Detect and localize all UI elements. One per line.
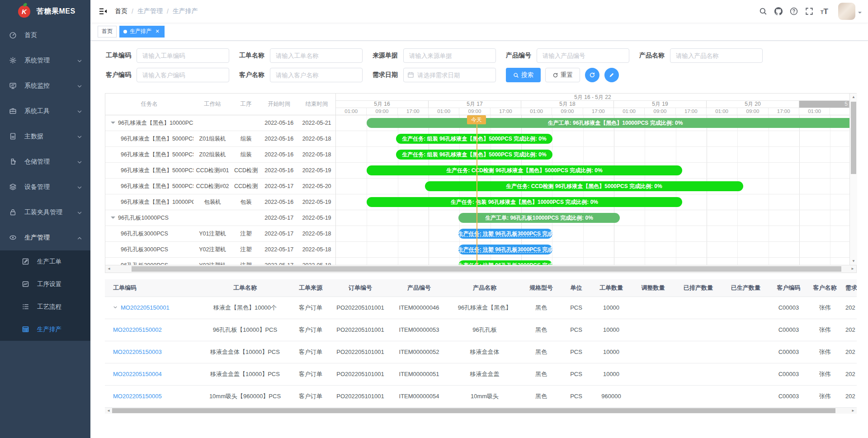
scroll-down-icon[interactable]: ▼ <box>850 258 857 265</box>
orders-cell-order_no: PO202205101001 <box>331 363 390 385</box>
gantt-task-bar-selected[interactable]: 生产任务: 注塑 96孔孔板3000PCS 完成 <box>458 245 552 254</box>
tab-0[interactable]: 首页 <box>98 26 117 38</box>
scroll-left-icon[interactable]: ◄ <box>105 408 112 414</box>
submenu-item-3[interactable]: 生产排产 <box>0 318 90 341</box>
order-link[interactable]: MO202205150004 <box>113 371 162 377</box>
process-icon <box>22 280 30 288</box>
filter-input-r1-4[interactable] <box>670 48 763 63</box>
filter-input-r2-1[interactable] <box>270 68 363 82</box>
breadcrumb-item[interactable]: 生产管理 <box>137 7 163 15</box>
gantt-task-row[interactable]: 96孔孔板3000PCSY02注塑机注塑2022-05-172022-05-18 <box>105 242 335 258</box>
order-link[interactable]: MO202205150002 <box>113 326 162 333</box>
table-row[interactable]: MO20220515000296孔孔板【10000】PCS客户订单PO20220… <box>105 319 857 341</box>
gantt-task-row[interactable]: 96孔孔板10000PCS2022-05-172022-05-19 <box>105 210 335 226</box>
sidebar-item-4[interactable]: 主数据 <box>0 124 90 149</box>
gantt-hscroll-thumb[interactable] <box>132 266 841 272</box>
sidebar-item-6[interactable]: 设备管理 <box>0 174 90 200</box>
filter-group-客户名称: 客户名称 <box>236 68 363 82</box>
gantt-station <box>193 210 232 226</box>
demand-date-input[interactable] <box>403 68 496 82</box>
gantt-order-bar[interactable]: 生产工单: 96孔孔板10000PCS 完成比例: 0% <box>458 213 620 223</box>
sidebar-item-8[interactable]: 生产管理 <box>0 225 90 250</box>
submenu-item-0[interactable]: 生产工单 <box>0 250 90 273</box>
gantt-task-row[interactable]: 96孔移液盒【黑色】5000PCSZ02组装机组装2022-05-162022-… <box>105 147 335 163</box>
sidebar-item-1[interactable]: 系统管理 <box>0 48 90 73</box>
gantt-task-row[interactable]: 96孔移液盒【黑色】10000PCS2022-05-162022-05-21 <box>105 115 335 131</box>
filter-input-r1-1[interactable] <box>270 48 363 63</box>
sidebar-item-7[interactable]: 工装夹具管理 <box>0 200 90 225</box>
gantt-hour-cell: 17:00 <box>676 108 707 115</box>
gantt-task-row[interactable]: 96孔孔板3000PCSY01注塑机注塑2022-05-172022-05-18 <box>105 226 335 242</box>
order-link[interactable]: MO202205150005 <box>113 393 162 400</box>
gantt-process: 组装 <box>231 131 260 146</box>
sidebar-toggle-icon[interactable] <box>99 7 108 16</box>
gantt-order-bar[interactable]: 生产工单: 96孔移液盒【黑色】10000PCS 完成比例: 0% <box>367 118 849 128</box>
layers-icon <box>9 183 17 191</box>
scroll-right-icon[interactable]: ► <box>849 265 856 273</box>
gantt-task-bar-selected[interactable]: 生产任务: 注塑 96孔孔板3000PCS 完成 <box>458 229 552 239</box>
gantt-task-name: 96孔孔板3000PCS <box>105 258 193 265</box>
gantt-task-bar[interactable]: 生产任务: 组装 96孔移液盒【黑色】5000PCS 完成比例: 0% <box>396 150 552 160</box>
github-icon[interactable] <box>774 7 783 15</box>
fullscreen-icon[interactable] <box>805 7 813 15</box>
orders-horizontal-scrollbar[interactable]: ◄ ► <box>105 408 857 414</box>
sidebar-item-3[interactable]: 系统工具 <box>0 99 90 124</box>
filter-label: 需求日期 <box>370 71 398 79</box>
gantt-vscroll-thumb[interactable] <box>851 102 856 174</box>
orders-hscroll-thumb[interactable] <box>112 408 835 413</box>
user-caret-icon[interactable] <box>858 12 862 15</box>
filter-input-r2-0[interactable] <box>137 68 229 82</box>
help-icon[interactable] <box>790 7 798 15</box>
main-area: 首页/生产管理/生产排产 TT 首页生产排产✕ <box>90 0 868 438</box>
avatar[interactable] <box>838 3 855 20</box>
orders-cell-name: 移液盒盒盖【10000】PCS <box>200 363 290 385</box>
order-link[interactable]: MO202205150003 <box>113 349 162 355</box>
gantt-task-row[interactable]: 96孔孔板3000PCSY03注塑机注塑2022-05-172022-05-18 <box>105 258 335 265</box>
font-size-icon[interactable]: TT <box>821 8 828 15</box>
expand-toggle-icon[interactable] <box>111 122 115 126</box>
sidebar-item-0[interactable]: 首页 <box>0 23 90 48</box>
scroll-left-icon[interactable]: ◄ <box>105 265 113 273</box>
orders-cell-cust_name: 张伟 <box>808 363 842 385</box>
gantt-task-row[interactable]: 96孔移液盒【黑色】5000PCSCCD检测#01CCD检测2022-05-16… <box>105 163 335 179</box>
tab-1[interactable]: 生产排产✕ <box>119 26 165 38</box>
orders-cell-item_no: ITEM00000046 <box>390 297 448 319</box>
sidebar-item-5[interactable]: 仓储管理 <box>0 149 90 174</box>
filter-input-r1-2[interactable] <box>403 48 496 63</box>
scroll-right-icon[interactable]: ► <box>849 408 857 414</box>
order-link[interactable]: MO202205150001 <box>121 304 170 311</box>
sidebar-item-2[interactable]: 系统监控 <box>0 73 90 99</box>
gantt-task-bar[interactable]: 生产任务: 注塑 96孔孔板3000PCS 完成 <box>458 260 552 265</box>
table-row[interactable]: MO202205150004移液盒盒盖【10000】PCS客户订单PO20220… <box>105 363 857 385</box>
date-field-wrap <box>403 68 496 82</box>
dashboard-icon <box>9 31 17 39</box>
gantt-task-row[interactable]: 96孔移液盒【黑色】5000PCSZ01组装机组装2022-05-162022-… <box>105 131 335 147</box>
edit-circle-button[interactable] <box>604 68 619 82</box>
gantt-vertical-scrollbar[interactable]: ▲ ▼ <box>849 94 857 265</box>
search-icon[interactable] <box>759 7 767 15</box>
warehouse-icon <box>9 158 17 166</box>
breadcrumb-item[interactable]: 首页 <box>115 7 127 15</box>
row-expand-icon[interactable] <box>113 305 118 310</box>
filter-input-r1-0[interactable] <box>137 48 229 63</box>
filter-input-r1-3[interactable] <box>537 48 629 63</box>
expand-toggle-icon[interactable] <box>111 217 115 221</box>
close-icon[interactable]: ✕ <box>154 28 160 35</box>
gantt-task-bar[interactable]: 生产任务: 包装 96孔移液盒【黑色】10000PCS 完成比例: 0% <box>367 197 682 207</box>
scroll-up-icon[interactable]: ▲ <box>850 94 857 101</box>
gantt-task-bar[interactable]: 生产任务: CCD检测 96孔移液盒【黑色】5000PCS 完成比例: 0% <box>425 181 743 191</box>
gantt-horizontal-scrollbar[interactable]: ◄ ► <box>105 265 856 273</box>
search-button[interactable]: 搜索 <box>506 68 541 82</box>
gantt-task-bar[interactable]: 生产任务: CCD检测 96孔移液盒【黑色】5000PCS 完成比例: 0% <box>367 165 682 175</box>
submenu-item-2[interactable]: 工艺流程 <box>0 296 90 318</box>
gantt-task-bar[interactable]: 生产任务: 组装 96孔移液盒【黑色】5000PCS 完成比例: 0% <box>396 134 552 144</box>
refresh-circle-button[interactable] <box>585 68 599 82</box>
submenu-item-1[interactable]: 工序设置 <box>0 273 90 296</box>
gantt-task-row[interactable]: 96孔移液盒【黑色】10000PCS包装机包装2022-05-162022-05… <box>105 194 335 210</box>
table-row[interactable]: MO202205150003移液盒盒体【10000】PCS客户订单PO20220… <box>105 341 857 363</box>
gantt-task-row[interactable]: 96孔移液盒【黑色】5000PCSCCD检测#02CCD检测2022-05-17… <box>105 179 335 194</box>
table-row[interactable]: MO20220515000510mm吸头【960000】PCS客户订单PO202… <box>105 385 857 407</box>
table-row[interactable]: MO202205150001移液盒【黑色】10000个客户订单PO2022051… <box>105 297 857 319</box>
sidebar-item-label: 系统工具 <box>24 107 77 115</box>
reset-button[interactable]: 重置 <box>545 68 580 82</box>
